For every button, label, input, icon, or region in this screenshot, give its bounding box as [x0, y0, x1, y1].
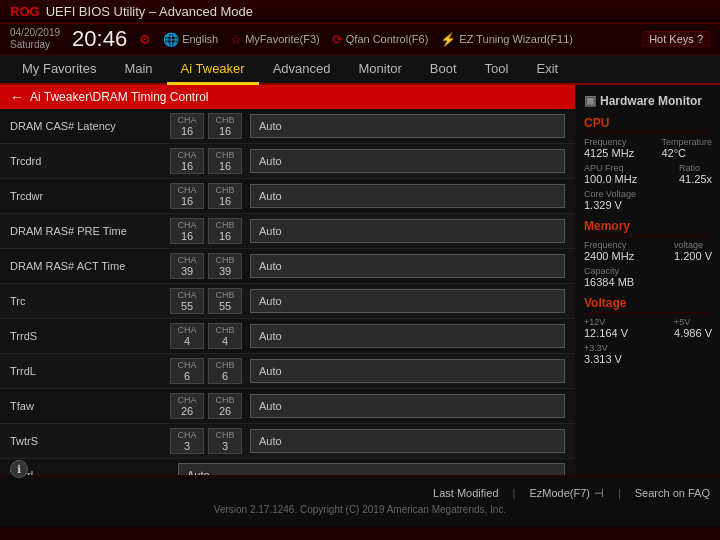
table-row: DRAM CAS# LatencyCHA16CHB16Auto	[0, 109, 575, 144]
nav-my-favorites[interactable]: My Favorites	[8, 55, 110, 85]
cha-label: CHA	[177, 255, 196, 265]
left-panel: ← Ai Tweaker\DRAM Timing Control DRAM CA…	[0, 85, 575, 475]
nav-exit[interactable]: Exit	[522, 55, 572, 85]
bios-date: 04/20/2019	[10, 27, 60, 39]
nav-main[interactable]: Main	[110, 55, 166, 85]
chb-value: 26	[219, 405, 231, 417]
nav-monitor[interactable]: Monitor	[345, 55, 416, 85]
cha-label: CHA	[177, 150, 196, 160]
ez-mode-action[interactable]: EzMode(F7) ⊣	[529, 487, 604, 500]
table-row: TfawCHA26CHB26Auto	[0, 389, 575, 424]
channel-b-box: CHB4	[208, 323, 242, 349]
dram-value-dropdown[interactable]: Auto	[250, 149, 565, 173]
dram-channels: CHA26CHB26	[170, 393, 242, 419]
core-voltage-row: Core Voltage 1.329 V	[584, 189, 712, 211]
divider-2: |	[618, 487, 621, 499]
channel-a-box: CHA3	[170, 428, 204, 454]
dram-value-dropdown[interactable]: Auto	[250, 254, 565, 278]
table-row: TwtrlAuto	[0, 459, 575, 475]
cha-value: 26	[181, 405, 193, 417]
channel-b-box: CHB39	[208, 253, 242, 279]
nav-ai-tweaker[interactable]: Ai Tweaker	[167, 55, 259, 85]
search-faq-action[interactable]: Search on FAQ	[635, 487, 710, 499]
dram-value-dropdown[interactable]: Auto	[250, 289, 565, 313]
dram-value-dropdown[interactable]: Auto	[250, 359, 565, 383]
cpu-temp-value: 42°C	[661, 147, 712, 159]
dram-value-dropdown[interactable]: Auto	[250, 184, 565, 208]
cpu-freq-value: 4125 MHz	[584, 147, 634, 159]
nav-advanced[interactable]: Advanced	[259, 55, 345, 85]
chb-value: 39	[219, 265, 231, 277]
nav-menu: My Favorites Main Ai Tweaker Advanced Mo…	[0, 55, 720, 85]
bios-day: Saturday	[10, 39, 60, 51]
cha-value: 16	[181, 125, 193, 137]
channel-a-box: CHA16	[170, 218, 204, 244]
dram-value-dropdown[interactable]: Auto	[250, 219, 565, 243]
monitor-icon: ▣	[584, 93, 596, 108]
memory-section-title: Memory	[584, 219, 712, 236]
voltage-section-title: Voltage	[584, 296, 712, 313]
language-item[interactable]: 🌐 English	[163, 32, 218, 47]
cha-label: CHA	[177, 325, 196, 335]
table-row: TrcdrdCHA16CHB16Auto	[0, 144, 575, 179]
ez-tuning-item[interactable]: ⚡ EZ Tuning Wizard(F11)	[440, 32, 573, 47]
core-voltage-col: Core Voltage 1.329 V	[584, 189, 636, 211]
mem-volt-label: voltage	[674, 240, 712, 250]
dram-channels: CHA16CHB16	[170, 148, 242, 174]
dram-row-label: TrrdL	[10, 365, 170, 377]
channel-b-box: CHB16	[208, 183, 242, 209]
mem-capacity-label: Capacity	[584, 266, 634, 276]
ratio-label: Ratio	[679, 163, 712, 173]
dram-channels: CHA3CHB3	[170, 428, 242, 454]
chb-value: 16	[219, 230, 231, 242]
channel-b-box: CHB26	[208, 393, 242, 419]
channel-b-box: CHB6	[208, 358, 242, 384]
v33-col: +3.3V 3.313 V	[584, 343, 622, 365]
channel-a-box: CHA16	[170, 183, 204, 209]
fan-icon: ⟳	[332, 32, 343, 47]
cha-value: 39	[181, 265, 193, 277]
chb-label: CHB	[215, 395, 234, 405]
qfan-item[interactable]: ⟳ Qfan Control(F6)	[332, 32, 429, 47]
qfan-label: Qfan Control(F6)	[346, 33, 429, 45]
chb-value: 55	[219, 300, 231, 312]
dram-value-dropdown[interactable]: Auto	[178, 463, 565, 475]
dram-row-label: Trcdwr	[10, 190, 170, 202]
ez-mode-icon: ⊣	[594, 487, 604, 500]
dram-value-dropdown[interactable]: Auto	[250, 394, 565, 418]
dram-value-dropdown[interactable]: Auto	[250, 324, 565, 348]
cha-value: 16	[181, 195, 193, 207]
cha-label: CHA	[177, 360, 196, 370]
dram-value-dropdown[interactable]: Auto	[250, 429, 565, 453]
ez-mode-label: EzMode(F7)	[529, 487, 590, 499]
channel-a-box: CHA26	[170, 393, 204, 419]
my-favorites-item[interactable]: ☆ MyFavorite(F3)	[230, 32, 320, 47]
channel-a-box: CHA16	[170, 113, 204, 139]
dram-row-label: Twtrl	[10, 469, 170, 475]
nav-boot[interactable]: Boot	[416, 55, 471, 85]
chb-value: 6	[222, 370, 228, 382]
cha-label: CHA	[177, 185, 196, 195]
dram-value-dropdown[interactable]: Auto	[250, 114, 565, 138]
core-voltage-value: 1.329 V	[584, 199, 636, 211]
dram-row-label: TwtrS	[10, 435, 170, 447]
back-button[interactable]: ←	[10, 89, 24, 105]
ratio-value: 41.25x	[679, 173, 712, 185]
v33-value: 3.313 V	[584, 353, 622, 365]
core-voltage-label: Core Voltage	[584, 189, 636, 199]
v12-col: +12V 12.164 V	[584, 317, 628, 339]
v33-label: +3.3V	[584, 343, 622, 353]
table-row: DRAM RAS# PRE TimeCHA16CHB16Auto	[0, 214, 575, 249]
channel-b-box: CHB16	[208, 113, 242, 139]
hot-keys-button[interactable]: Hot Keys ?	[642, 31, 710, 47]
info-button[interactable]: ℹ	[10, 460, 28, 478]
v33-row: +3.3V 3.313 V	[584, 343, 712, 365]
globe-icon: 🌐	[163, 32, 179, 47]
v12-value: 12.164 V	[584, 327, 628, 339]
chb-value: 16	[219, 195, 231, 207]
search-faq-label: Search on FAQ	[635, 487, 710, 499]
cha-label: CHA	[177, 395, 196, 405]
table-row: TrrdLCHA6CHB6Auto	[0, 354, 575, 389]
hot-keys-icon: ?	[697, 33, 703, 45]
nav-tool[interactable]: Tool	[471, 55, 523, 85]
